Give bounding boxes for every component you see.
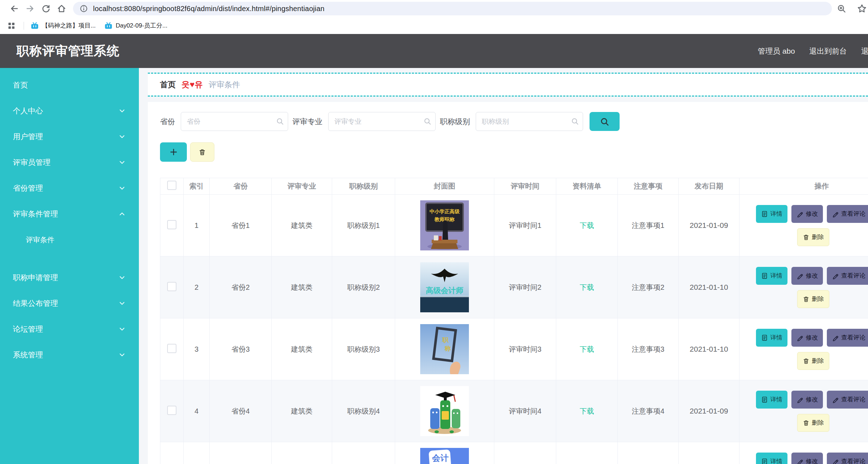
cell-cover: 中小学正高级教师职称 (395, 195, 494, 257)
sidebar-item[interactable]: 职称申请管理 (0, 265, 139, 290)
filter-input-wrap (476, 112, 583, 131)
row-checkbox[interactable] (167, 282, 176, 291)
sidebar-item[interactable]: 省份管理 (0, 175, 139, 201)
edit-button[interactable]: 修改 (791, 329, 823, 347)
delete-button[interactable]: 删除 (797, 228, 829, 246)
breadcrumb-home[interactable]: 首页 (160, 79, 176, 90)
operations-row: 详情修改查看评论 (740, 391, 868, 409)
pen-icon (832, 210, 839, 218)
sidebar-item[interactable]: 结果公布管理 (0, 290, 139, 316)
apps-grid-icon[interactable] (7, 21, 16, 30)
cell-material: 下载 (556, 318, 618, 380)
row-checkbox[interactable] (167, 220, 176, 229)
view-comments-button[interactable]: 查看评论 (827, 205, 868, 223)
sidebar-item[interactable]: 评审条件管理 (0, 201, 139, 227)
edit-button[interactable]: 修改 (791, 391, 823, 409)
cell-date: 2021-01-10 (679, 257, 740, 318)
pen-icon (796, 334, 804, 341)
detail-button[interactable]: 详情 (756, 205, 787, 223)
home-icon[interactable] (54, 1, 69, 16)
sidebar-item-label: 论坛管理 (13, 324, 118, 334)
cell-time: 评审时间1 (494, 195, 556, 257)
action-row (160, 142, 868, 162)
view-comments-button[interactable]: 查看评论 (827, 267, 868, 285)
cell-date: 2021-01-09 (679, 195, 740, 257)
delete-button[interactable]: 删除 (797, 414, 829, 432)
pen-icon (832, 272, 839, 279)
edit-button[interactable]: 修改 (791, 267, 823, 285)
filter-input[interactable] (328, 112, 436, 131)
row-checkbox[interactable] (167, 344, 176, 353)
info-icon[interactable] (79, 4, 88, 13)
cell-notes: 注意事项1 (618, 195, 679, 257)
row-checkbox-cell (160, 442, 184, 464)
detail-button[interactable]: 详情 (756, 267, 787, 285)
cell-index: 4 (184, 380, 210, 442)
svg-text:称: 称 (444, 345, 451, 352)
star-icon[interactable] (857, 4, 867, 14)
download-link[interactable]: 下载 (580, 407, 594, 415)
exit-to-front-link[interactable]: 退出到前台 (809, 46, 847, 56)
cell-time: 评审时间3 (494, 318, 556, 380)
document-icon (761, 210, 768, 218)
filter-input[interactable] (181, 112, 288, 131)
svg-text:中小学正高级: 中小学正高级 (430, 209, 460, 214)
bookmark-item[interactable]: 【码神之路】项目... (30, 21, 96, 30)
back-icon[interactable] (6, 1, 22, 16)
cell-date: 2021-01-09 (679, 380, 740, 442)
detail-button[interactable]: 详情 (756, 391, 787, 409)
table-row: 会计详情修改查看评论删除 (160, 442, 868, 464)
sidebar-item-label: 结果公布管理 (13, 298, 118, 308)
cell-index: 1 (184, 195, 210, 257)
cell-level: 职称级别2 (332, 257, 395, 318)
edit-button[interactable]: 修改 (791, 205, 823, 223)
sidebar-subitem[interactable]: 评审条件 (0, 227, 139, 253)
sidebar-item[interactable]: 首页 (0, 72, 139, 98)
download-link[interactable]: 下载 (580, 283, 594, 291)
delete-button[interactable]: 删除 (797, 290, 829, 308)
cell-operations: 详情修改查看评论删除 (740, 380, 868, 442)
url-bar[interactable]: localhost:8080/springboot82f6q/admin/dis… (73, 2, 832, 15)
cell-notes: 注意事项3 (618, 318, 679, 380)
view-comments-button[interactable]: 查看评论 (827, 329, 868, 347)
add-button[interactable] (160, 142, 187, 162)
sidebar-item[interactable]: 用户管理 (0, 124, 139, 150)
download-link[interactable]: 下载 (580, 345, 594, 353)
forward-icon[interactable] (22, 1, 38, 16)
zoom-icon[interactable] (837, 4, 846, 13)
cell-province: 省份4 (210, 380, 272, 442)
download-link[interactable]: 下载 (580, 221, 594, 229)
admin-user-link[interactable]: 管理员 abo (758, 46, 795, 56)
view-comments-button[interactable]: 查看评论 (827, 453, 868, 464)
filter-label: 省份 (160, 117, 175, 127)
sidebar-item[interactable]: 论坛管理 (0, 316, 139, 342)
sidebar-item[interactable]: 评审员管理 (0, 150, 139, 175)
view-comments-button[interactable]: 查看评论 (827, 391, 868, 409)
row-checkbox[interactable] (167, 406, 176, 415)
cell-index: 3 (184, 318, 210, 380)
filter-row: 省份评审专业职称级别 (160, 112, 868, 131)
batch-delete-button[interactable] (190, 142, 214, 162)
filter-input[interactable] (476, 112, 583, 131)
search-icon (571, 117, 579, 125)
sidebar-item[interactable]: 系统管理 (0, 342, 139, 368)
bookmark-item[interactable]: Day02-09-员工分... (104, 21, 168, 30)
cell-operations: 详情修改查看评论删除 (740, 195, 868, 257)
detail-button[interactable]: 详情 (756, 329, 787, 347)
plus-icon (169, 148, 178, 156)
sidebar-item[interactable]: 个人中心 (0, 98, 139, 124)
app-title: 职称评审管理系统 (16, 43, 120, 59)
search-button[interactable] (590, 112, 620, 131)
data-table: 索引省份评审专业职称级别封面图评审时间资料清单注意事项发布日期操作 1省份1建筑… (160, 178, 868, 464)
reload-icon[interactable] (38, 1, 54, 16)
table-row: 3省份3建筑类职称级别3职称评审时间3下载注意事项32021-01-10详情修改… (160, 318, 868, 380)
cell-major: 建筑类 (272, 318, 332, 380)
cell-level (332, 442, 395, 464)
select-all-checkbox[interactable] (167, 181, 176, 190)
tv-icon (30, 21, 39, 30)
logout-link[interactable]: 退 (861, 46, 868, 56)
edit-button[interactable]: 修改 (791, 453, 823, 464)
trash-icon (802, 419, 810, 426)
detail-button[interactable]: 详情 (756, 453, 787, 464)
delete-button[interactable]: 删除 (797, 352, 829, 370)
